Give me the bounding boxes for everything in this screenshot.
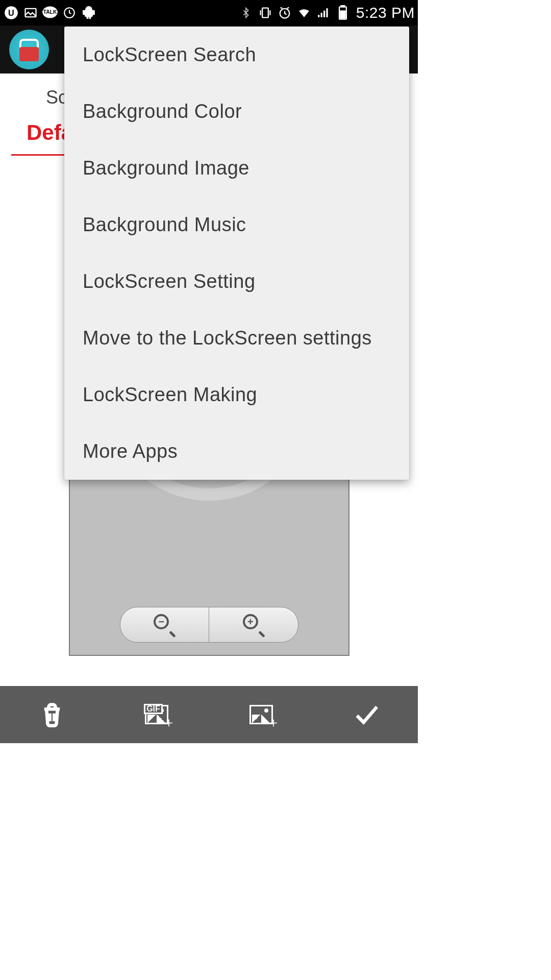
menu-item-background-color[interactable]: Background Color [64, 83, 409, 140]
menu-item-background-image[interactable]: Background Image [64, 140, 409, 197]
zoom-in-icon: + [245, 616, 262, 633]
svg-text:U: U [8, 8, 14, 17]
menu-item-move-to-settings[interactable]: Move to the LockScreen settings [64, 310, 409, 366]
status-bar: U TALK 5:23 PM [0, 0, 418, 26]
check-icon [353, 701, 379, 728]
menu-item-lockscreen-making[interactable]: LockScreen Making [64, 366, 409, 423]
zoom-control: − + [120, 607, 298, 643]
bottom-toolbar: GIF ＋ ＋ [0, 686, 418, 743]
menu-item-more-apps[interactable]: More Apps [64, 423, 409, 480]
picture-icon [22, 5, 39, 21]
battery-icon [335, 5, 351, 21]
delete-button[interactable] [0, 686, 105, 743]
wifi-icon [296, 5, 312, 21]
image-icon: ＋ [249, 705, 273, 724]
plus-icon: ＋ [162, 714, 176, 731]
zoom-in-button[interactable]: + [209, 607, 298, 642]
trash-icon [39, 701, 65, 728]
android-icon [81, 5, 97, 21]
svg-rect-6 [262, 8, 268, 18]
svg-text:TALK: TALK [43, 9, 57, 15]
zoom-out-button[interactable]: − [120, 607, 210, 642]
vibrate-icon [257, 5, 273, 21]
talk-icon: TALK [42, 5, 58, 21]
overflow-menu: LockScreen Search Background Color Backg… [64, 27, 409, 480]
menu-item-background-music[interactable]: Background Music [64, 197, 409, 253]
gif-image-icon: GIF ＋ [145, 705, 168, 724]
lock-icon [19, 47, 39, 61]
menu-item-lockscreen-setting[interactable]: LockScreen Setting [64, 253, 409, 310]
app-icon[interactable] [9, 30, 49, 69]
carrier-icon: U [3, 5, 19, 21]
confirm-button[interactable] [313, 686, 418, 743]
alarm-icon [277, 5, 293, 21]
svg-rect-10 [340, 11, 345, 18]
plus-icon: ＋ [267, 714, 280, 731]
zoom-out-icon: − [156, 616, 173, 633]
add-gif-button[interactable]: GIF ＋ [105, 686, 209, 743]
status-time: 5:23 PM [356, 4, 415, 21]
status-left: U TALK [3, 5, 97, 21]
update-icon [61, 5, 78, 21]
svg-rect-9 [341, 5, 344, 7]
bluetooth-icon [238, 5, 254, 21]
signal-icon [315, 5, 332, 21]
add-image-button[interactable]: ＋ [209, 686, 314, 743]
menu-item-lockscreen-search[interactable]: LockScreen Search [64, 27, 409, 83]
status-right: 5:23 PM [238, 4, 415, 21]
